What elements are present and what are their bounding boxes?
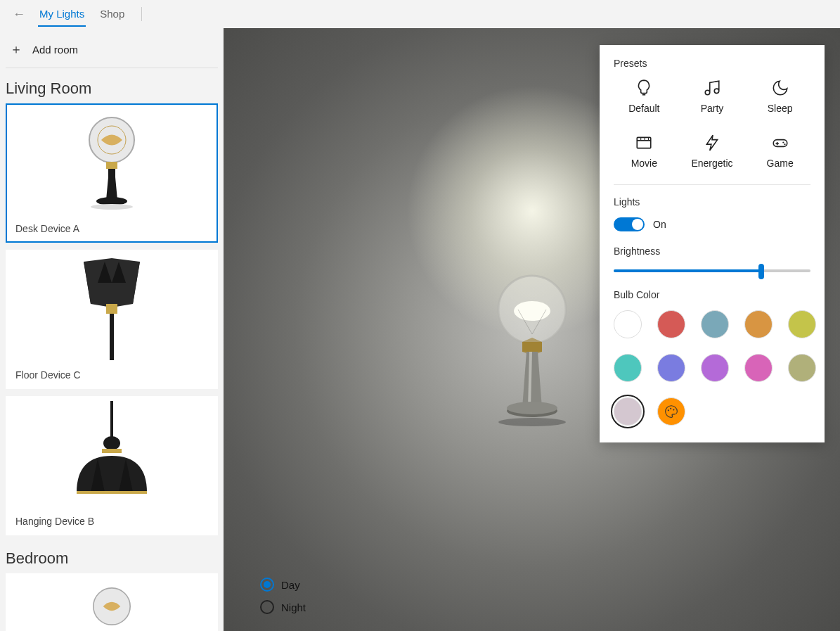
svg-rect-9 [110, 314, 114, 360]
preset-label: Movie [631, 158, 657, 169]
desk-lamp-icon [77, 575, 147, 631]
svg-rect-8 [106, 304, 117, 314]
preview-lamp [476, 267, 588, 436]
lights-label: Lights [614, 196, 810, 208]
color-swatch[interactable] [614, 310, 642, 338]
palette-icon [664, 404, 678, 419]
hanging-lamp-icon [56, 401, 168, 506]
sidebar: ＋ Add room Living Room Desk Devic [0, 28, 224, 631]
svg-point-5 [91, 204, 133, 210]
svg-point-34 [784, 144, 785, 145]
preset-label: Game [767, 158, 794, 169]
svg-point-22 [507, 402, 557, 414]
color-swatch[interactable] [614, 397, 642, 426]
lights-toggle[interactable] [614, 217, 645, 231]
device-thumb [7, 251, 217, 364]
device-card-floor-c[interactable]: Floor Device C [6, 250, 218, 389]
plus-icon: ＋ [10, 41, 22, 58]
svg-point-37 [673, 409, 674, 410]
preset-movie[interactable]: Movie [614, 134, 675, 169]
back-arrow-icon[interactable]: ← [13, 7, 25, 22]
color-swatch[interactable] [657, 354, 685, 382]
svg-rect-10 [110, 401, 113, 440]
moon-icon [771, 79, 789, 97]
floor-lamp-icon [63, 255, 161, 360]
bolt-icon [703, 134, 721, 152]
gamepad-icon [771, 134, 789, 152]
color-swatches [614, 310, 810, 426]
device-thumb [7, 105, 217, 217]
radio-icon [260, 578, 274, 592]
svg-rect-2 [106, 162, 117, 169]
svg-point-23 [498, 418, 566, 426]
color-swatch[interactable] [744, 354, 773, 382]
room-title-living-room: Living Room [6, 79, 218, 98]
svg-rect-15 [77, 491, 147, 494]
preset-game[interactable]: Game [749, 134, 810, 169]
radio-icon [260, 600, 274, 614]
brightness-label: Brightness [614, 246, 810, 257]
brightness-slider[interactable] [614, 269, 810, 272]
svg-point-36 [670, 408, 671, 409]
radio-label: Day [281, 579, 300, 591]
radio-label: Night [281, 601, 306, 613]
bulb-color-label: Bulb Color [614, 289, 810, 300]
bulb-icon [635, 79, 653, 97]
svg-rect-12 [102, 449, 122, 453]
tab-divider [141, 7, 142, 21]
svg-rect-30 [773, 140, 787, 147]
preset-sleep[interactable]: Sleep [749, 79, 810, 114]
svg-point-18 [514, 301, 550, 321]
room-title-bedroom: Bedroom [6, 549, 218, 568]
music-icon [703, 79, 721, 97]
preset-party[interactable]: Party [682, 79, 743, 114]
add-room-button[interactable]: ＋ Add room [6, 35, 218, 63]
device-card-bedroom-1[interactable] [6, 573, 218, 631]
device-label: Desk Device A [7, 217, 217, 241]
color-swatch[interactable] [701, 354, 729, 382]
preset-label: Default [628, 103, 659, 114]
device-card-hanging-b[interactable]: Hanging Device B [6, 396, 218, 535]
preset-label: Sleep [768, 103, 793, 114]
divider [6, 68, 218, 68]
preset-default[interactable]: Default [614, 79, 675, 114]
preview-area: Day Night Presets Default Party [224, 28, 840, 631]
presets-label: Presets [614, 58, 810, 69]
color-swatch[interactable] [788, 354, 816, 382]
device-label: Hanging Device B [7, 510, 217, 534]
divider [614, 184, 810, 185]
svg-rect-3 [108, 169, 115, 177]
preset-label: Party [701, 103, 724, 114]
radio-day[interactable]: Day [260, 578, 306, 592]
slider-thumb[interactable] [758, 264, 764, 279]
add-room-label: Add room [32, 44, 78, 56]
tab-my-lights[interactable]: My Lights [38, 2, 86, 27]
svg-point-35 [668, 409, 669, 411]
radio-night[interactable]: Night [260, 600, 306, 614]
preset-label: Energetic [691, 158, 732, 169]
lights-state-label: On [653, 219, 666, 230]
color-swatch[interactable] [744, 310, 773, 338]
device-thumb [7, 397, 217, 510]
color-swatch[interactable] [788, 310, 816, 338]
tab-shop[interactable]: Shop [98, 2, 126, 27]
preset-energetic[interactable]: Energetic [682, 134, 743, 169]
color-swatch-custom[interactable] [657, 397, 685, 426]
color-swatch[interactable] [701, 310, 729, 338]
svg-point-33 [782, 141, 784, 143]
control-panel: Presets Default Party Sleep Movie [600, 45, 825, 442]
desk-lamp-icon [70, 108, 154, 214]
device-label: Floor Device C [7, 364, 217, 388]
device-thumb [7, 575, 217, 631]
top-nav: ← My Lights Shop [0, 0, 840, 28]
day-night-selector: Day Night [260, 578, 306, 614]
color-swatch[interactable] [614, 354, 642, 382]
slider-fill [614, 269, 761, 272]
svg-point-11 [103, 436, 120, 450]
color-swatch[interactable] [657, 310, 685, 338]
device-card-desk-a[interactable]: Desk Device A [6, 103, 218, 243]
presets-grid: Default Party Sleep Movie Energetic [614, 79, 810, 169]
film-icon [635, 134, 653, 152]
